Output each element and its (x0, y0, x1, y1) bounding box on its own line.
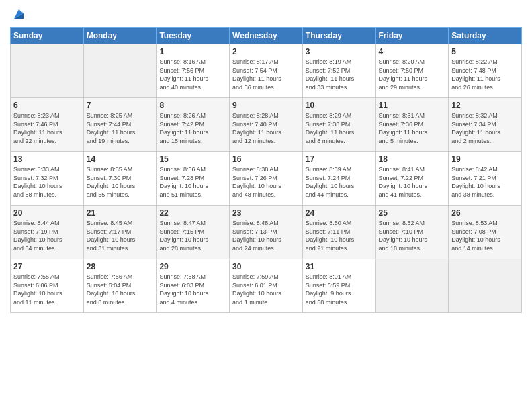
day-number: 21 (87, 208, 154, 218)
calendar-cell: 5Sunrise: 8:22 AM Sunset: 7:48 PM Daylig… (449, 44, 522, 98)
day-number: 1 (159, 47, 226, 56)
day-number: 25 (379, 208, 446, 218)
calendar-week-2: 6Sunrise: 8:23 AM Sunset: 7:46 PM Daylig… (11, 98, 522, 152)
day-number: 11 (379, 101, 446, 110)
day-info: Sunrise: 8:47 AM Sunset: 7:15 PM Dayligh… (159, 219, 226, 253)
calendar-cell: 16Sunrise: 8:38 AM Sunset: 7:26 PM Dayli… (230, 152, 303, 205)
calendar-cell: 15Sunrise: 8:36 AM Sunset: 7:28 PM Dayli… (157, 152, 230, 205)
day-info: Sunrise: 8:41 AM Sunset: 7:22 PM Dayligh… (379, 165, 446, 199)
calendar-cell: 9Sunrise: 8:28 AM Sunset: 7:40 PM Daylig… (230, 98, 303, 152)
day-number: 26 (451, 208, 519, 218)
day-number: 18 (379, 154, 446, 164)
day-info: Sunrise: 8:48 AM Sunset: 7:13 PM Dayligh… (232, 219, 300, 253)
calendar-col-sunday: Sunday (11, 28, 84, 44)
day-info: Sunrise: 8:38 AM Sunset: 7:26 PM Dayligh… (232, 165, 300, 199)
day-info: Sunrise: 8:52 AM Sunset: 7:10 PM Dayligh… (379, 219, 446, 253)
calendar-cell: 17Sunrise: 8:39 AM Sunset: 7:24 PM Dayli… (302, 152, 375, 205)
calendar-col-monday: Monday (83, 28, 157, 44)
day-number: 19 (451, 154, 519, 164)
calendar-cell: 23Sunrise: 8:48 AM Sunset: 7:13 PM Dayli… (230, 205, 303, 259)
day-info: Sunrise: 8:50 AM Sunset: 7:11 PM Dayligh… (306, 219, 373, 253)
calendar-header-row: SundayMondayTuesdayWednesdayThursdayFrid… (11, 28, 522, 44)
calendar-cell: 22Sunrise: 8:47 AM Sunset: 7:15 PM Dayli… (157, 205, 230, 259)
logo (10, 7, 26, 21)
calendar-cell: 6Sunrise: 8:23 AM Sunset: 7:46 PM Daylig… (11, 98, 84, 152)
calendar-week-5: 27Sunrise: 7:55 AM Sunset: 6:06 PM Dayli… (11, 259, 522, 313)
day-number: 2 (232, 47, 300, 56)
day-info: Sunrise: 7:55 AM Sunset: 6:06 PM Dayligh… (13, 273, 81, 306)
page: SundayMondayTuesdayWednesdayThursdayFrid… (0, 0, 532, 411)
day-number: 27 (13, 262, 81, 271)
day-number: 6 (13, 101, 81, 110)
day-number: 14 (87, 154, 154, 164)
calendar-cell: 29Sunrise: 7:58 AM Sunset: 6:03 PM Dayli… (157, 259, 230, 313)
calendar-cell: 30Sunrise: 7:59 AM Sunset: 6:01 PM Dayli… (230, 259, 303, 313)
day-info: Sunrise: 8:53 AM Sunset: 7:08 PM Dayligh… (451, 219, 519, 253)
calendar-cell: 14Sunrise: 8:35 AM Sunset: 7:30 PM Dayli… (83, 152, 157, 205)
calendar-col-tuesday: Tuesday (157, 28, 230, 44)
day-number: 31 (306, 262, 373, 271)
day-info: Sunrise: 8:26 AM Sunset: 7:42 PM Dayligh… (159, 111, 226, 145)
day-info: Sunrise: 7:59 AM Sunset: 6:01 PM Dayligh… (232, 273, 300, 306)
day-info: Sunrise: 7:56 AM Sunset: 6:04 PM Dayligh… (87, 273, 154, 306)
day-info: Sunrise: 8:42 AM Sunset: 7:21 PM Dayligh… (451, 165, 519, 199)
day-number: 15 (159, 154, 226, 164)
day-number: 7 (87, 101, 154, 110)
calendar-cell: 11Sunrise: 8:31 AM Sunset: 7:36 PM Dayli… (375, 98, 449, 152)
calendar-cell (83, 44, 157, 98)
calendar-cell (11, 44, 84, 98)
day-info: Sunrise: 8:32 AM Sunset: 7:34 PM Dayligh… (451, 111, 519, 145)
calendar-cell: 18Sunrise: 8:41 AM Sunset: 7:22 PM Dayli… (375, 152, 449, 205)
day-info: Sunrise: 8:20 AM Sunset: 7:50 PM Dayligh… (379, 58, 446, 91)
calendar-cell: 7Sunrise: 8:25 AM Sunset: 7:44 PM Daylig… (83, 98, 157, 152)
day-number: 30 (232, 262, 300, 271)
calendar-week-1: 1Sunrise: 8:16 AM Sunset: 7:56 PM Daylig… (11, 44, 522, 98)
calendar-cell: 28Sunrise: 7:56 AM Sunset: 6:04 PM Dayli… (83, 259, 157, 313)
calendar-cell: 31Sunrise: 8:01 AM Sunset: 5:59 PM Dayli… (302, 259, 375, 313)
calendar-cell: 26Sunrise: 8:53 AM Sunset: 7:08 PM Dayli… (449, 205, 522, 259)
day-number: 23 (232, 208, 300, 218)
calendar-col-wednesday: Wednesday (230, 28, 303, 44)
day-info: Sunrise: 8:44 AM Sunset: 7:19 PM Dayligh… (13, 219, 81, 253)
day-info: Sunrise: 8:33 AM Sunset: 7:32 PM Dayligh… (13, 165, 81, 199)
calendar-cell: 25Sunrise: 8:52 AM Sunset: 7:10 PM Dayli… (375, 205, 449, 259)
day-number: 5 (451, 47, 519, 56)
calendar-cell: 13Sunrise: 8:33 AM Sunset: 7:32 PM Dayli… (11, 152, 84, 205)
day-number: 9 (232, 101, 300, 110)
day-info: Sunrise: 8:35 AM Sunset: 7:30 PM Dayligh… (87, 165, 154, 199)
calendar-cell: 1Sunrise: 8:16 AM Sunset: 7:56 PM Daylig… (157, 44, 230, 98)
calendar-cell: 3Sunrise: 8:19 AM Sunset: 7:52 PM Daylig… (302, 44, 375, 98)
day-info: Sunrise: 8:45 AM Sunset: 7:17 PM Dayligh… (87, 219, 154, 253)
day-info: Sunrise: 8:29 AM Sunset: 7:38 PM Dayligh… (306, 111, 373, 145)
calendar-cell: 27Sunrise: 7:55 AM Sunset: 6:06 PM Dayli… (11, 259, 84, 313)
calendar-cell (375, 259, 449, 313)
day-info: Sunrise: 8:19 AM Sunset: 7:52 PM Dayligh… (306, 58, 373, 91)
calendar-cell: 2Sunrise: 8:17 AM Sunset: 7:54 PM Daylig… (230, 44, 303, 98)
day-number: 10 (306, 101, 373, 110)
day-info: Sunrise: 8:28 AM Sunset: 7:40 PM Dayligh… (232, 111, 300, 145)
day-number: 3 (306, 47, 373, 56)
calendar-cell: 4Sunrise: 8:20 AM Sunset: 7:50 PM Daylig… (375, 44, 449, 98)
calendar-col-thursday: Thursday (302, 28, 375, 44)
day-info: Sunrise: 8:36 AM Sunset: 7:28 PM Dayligh… (159, 165, 226, 199)
calendar-cell: 21Sunrise: 8:45 AM Sunset: 7:17 PM Dayli… (83, 205, 157, 259)
day-number: 29 (159, 262, 226, 271)
calendar-cell: 24Sunrise: 8:50 AM Sunset: 7:11 PM Dayli… (302, 205, 375, 259)
day-info: Sunrise: 8:23 AM Sunset: 7:46 PM Dayligh… (13, 111, 81, 145)
day-info: Sunrise: 8:31 AM Sunset: 7:36 PM Dayligh… (379, 111, 446, 145)
calendar-week-3: 13Sunrise: 8:33 AM Sunset: 7:32 PM Dayli… (11, 152, 522, 205)
day-info: Sunrise: 8:17 AM Sunset: 7:54 PM Dayligh… (232, 58, 300, 91)
calendar-cell: 8Sunrise: 8:26 AM Sunset: 7:42 PM Daylig… (157, 98, 230, 152)
day-number: 12 (451, 101, 519, 110)
calendar-cell: 12Sunrise: 8:32 AM Sunset: 7:34 PM Dayli… (449, 98, 522, 152)
day-number: 8 (159, 101, 226, 110)
day-number: 20 (13, 208, 81, 218)
day-number: 4 (379, 47, 446, 56)
day-number: 24 (306, 208, 373, 218)
calendar-cell (449, 259, 522, 313)
calendar-week-4: 20Sunrise: 8:44 AM Sunset: 7:19 PM Dayli… (11, 205, 522, 259)
calendar: SundayMondayTuesdayWednesdayThursdayFrid… (10, 27, 522, 313)
day-info: Sunrise: 8:01 AM Sunset: 5:59 PM Dayligh… (306, 273, 373, 306)
day-info: Sunrise: 8:25 AM Sunset: 7:44 PM Dayligh… (87, 111, 154, 145)
header (10, 7, 522, 21)
